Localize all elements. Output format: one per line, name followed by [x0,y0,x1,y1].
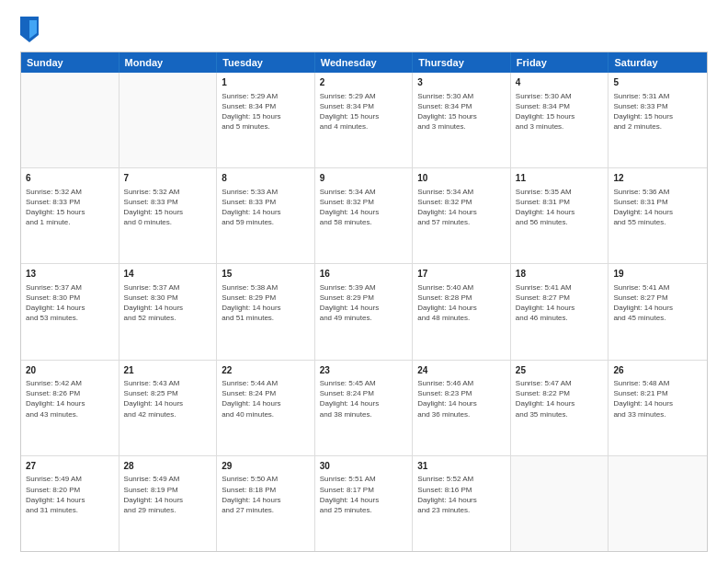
cal-day-cell: 17Sunrise: 5:40 AM Sunset: 8:28 PM Dayli… [413,264,511,359]
cal-header-day: Monday [119,52,218,73]
day-number: 22 [222,364,310,377]
cal-day-cell: 9Sunrise: 5:34 AM Sunset: 8:32 PM Daylig… [315,168,414,263]
day-info: Sunrise: 5:51 AM Sunset: 8:17 PM Dayligh… [320,474,408,515]
day-number: 19 [613,268,702,281]
day-info: Sunrise: 5:32 AM Sunset: 8:33 PM Dayligh… [26,187,114,228]
day-info: Sunrise: 5:41 AM Sunset: 8:27 PM Dayligh… [516,282,604,324]
day-number: 30 [320,460,408,473]
cal-day-cell [119,73,218,167]
day-info: Sunrise: 5:40 AM Sunset: 8:28 PM Dayligh… [417,282,506,324]
day-info: Sunrise: 5:43 AM Sunset: 8:25 PM Dayligh… [124,378,212,419]
page: SundayMondayTuesdayWednesdayThursdayFrid… [0,0,728,563]
cal-day-cell: 25Sunrise: 5:47 AM Sunset: 8:22 PM Dayli… [511,361,609,455]
cal-header-day: Tuesday [217,52,315,73]
logo-icon [20,17,39,42]
day-number: 12 [613,172,702,185]
day-number: 25 [516,364,604,377]
cal-day-cell: 21Sunrise: 5:43 AM Sunset: 8:25 PM Dayli… [119,361,218,455]
day-number: 15 [222,268,310,281]
cal-day-cell: 28Sunrise: 5:49 AM Sunset: 8:19 PM Dayli… [119,456,218,551]
cal-day-cell: 15Sunrise: 5:38 AM Sunset: 8:29 PM Dayli… [217,264,315,359]
cal-week-row: 20Sunrise: 5:42 AM Sunset: 8:26 PM Dayli… [21,361,707,456]
cal-day-cell: 14Sunrise: 5:37 AM Sunset: 8:30 PM Dayli… [119,264,218,359]
day-number: 14 [124,268,212,281]
cal-day-cell: 22Sunrise: 5:44 AM Sunset: 8:24 PM Dayli… [217,361,315,455]
day-number: 17 [417,268,506,281]
cal-header-day: Friday [511,52,609,73]
day-number: 4 [516,76,604,89]
day-info: Sunrise: 5:30 AM Sunset: 8:34 PM Dayligh… [516,91,604,132]
day-number: 24 [417,364,506,377]
day-info: Sunrise: 5:50 AM Sunset: 8:18 PM Dayligh… [222,474,310,515]
day-number: 31 [417,460,506,473]
calendar-header: SundayMondayTuesdayWednesdayThursdayFrid… [21,52,707,73]
day-info: Sunrise: 5:37 AM Sunset: 8:30 PM Dayligh… [124,282,212,324]
day-info: Sunrise: 5:39 AM Sunset: 8:29 PM Dayligh… [320,282,408,324]
day-number: 9 [320,172,408,185]
cal-day-cell: 20Sunrise: 5:42 AM Sunset: 8:26 PM Dayli… [21,361,119,455]
day-number: 1 [222,76,310,89]
day-number: 26 [613,364,702,377]
day-number: 13 [26,268,114,281]
calendar-body: 1Sunrise: 5:29 AM Sunset: 8:34 PM Daylig… [21,73,707,551]
cal-day-cell [21,73,119,167]
day-info: Sunrise: 5:41 AM Sunset: 8:27 PM Dayligh… [613,282,702,324]
cal-day-cell: 7Sunrise: 5:32 AM Sunset: 8:33 PM Daylig… [119,168,218,263]
header [20,17,708,42]
cal-day-cell: 6Sunrise: 5:32 AM Sunset: 8:33 PM Daylig… [21,168,119,263]
cal-day-cell: 31Sunrise: 5:52 AM Sunset: 8:16 PM Dayli… [413,456,511,551]
cal-day-cell: 29Sunrise: 5:50 AM Sunset: 8:18 PM Dayli… [217,456,315,551]
cal-day-cell: 1Sunrise: 5:29 AM Sunset: 8:34 PM Daylig… [217,73,315,167]
cal-day-cell: 27Sunrise: 5:49 AM Sunset: 8:20 PM Dayli… [21,456,119,551]
day-info: Sunrise: 5:34 AM Sunset: 8:32 PM Dayligh… [320,187,408,228]
day-number: 6 [26,172,114,185]
day-info: Sunrise: 5:29 AM Sunset: 8:34 PM Dayligh… [320,91,408,132]
cal-day-cell: 5Sunrise: 5:31 AM Sunset: 8:33 PM Daylig… [609,73,707,167]
cal-day-cell: 12Sunrise: 5:36 AM Sunset: 8:31 PM Dayli… [609,168,707,263]
cal-day-cell: 2Sunrise: 5:29 AM Sunset: 8:34 PM Daylig… [315,73,414,167]
cal-header-day: Thursday [413,52,511,73]
cal-day-cell [511,456,609,551]
day-number: 3 [417,76,506,89]
day-info: Sunrise: 5:48 AM Sunset: 8:21 PM Dayligh… [613,378,702,419]
day-info: Sunrise: 5:30 AM Sunset: 8:34 PM Dayligh… [417,91,506,132]
day-info: Sunrise: 5:47 AM Sunset: 8:22 PM Dayligh… [516,378,604,419]
cal-day-cell: 24Sunrise: 5:46 AM Sunset: 8:23 PM Dayli… [413,361,511,455]
day-number: 21 [124,364,212,377]
day-number: 28 [124,460,212,473]
logo [20,17,42,42]
cal-day-cell: 18Sunrise: 5:41 AM Sunset: 8:27 PM Dayli… [511,264,609,359]
cal-day-cell: 10Sunrise: 5:34 AM Sunset: 8:32 PM Dayli… [413,168,511,263]
cal-week-row: 27Sunrise: 5:49 AM Sunset: 8:20 PM Dayli… [21,456,707,551]
cal-day-cell: 4Sunrise: 5:30 AM Sunset: 8:34 PM Daylig… [511,73,609,167]
day-info: Sunrise: 5:52 AM Sunset: 8:16 PM Dayligh… [417,474,506,515]
day-info: Sunrise: 5:49 AM Sunset: 8:20 PM Dayligh… [26,474,114,515]
day-number: 5 [613,76,702,89]
cal-day-cell: 23Sunrise: 5:45 AM Sunset: 8:24 PM Dayli… [315,361,414,455]
day-info: Sunrise: 5:29 AM Sunset: 8:34 PM Dayligh… [222,91,310,132]
day-info: Sunrise: 5:49 AM Sunset: 8:19 PM Dayligh… [124,474,212,515]
day-number: 29 [222,460,310,473]
cal-day-cell: 8Sunrise: 5:33 AM Sunset: 8:33 PM Daylig… [217,168,315,263]
cal-day-cell: 30Sunrise: 5:51 AM Sunset: 8:17 PM Dayli… [315,456,414,551]
day-number: 8 [222,172,310,185]
day-info: Sunrise: 5:45 AM Sunset: 8:24 PM Dayligh… [320,378,408,419]
day-info: Sunrise: 5:31 AM Sunset: 8:33 PM Dayligh… [613,91,702,132]
day-info: Sunrise: 5:32 AM Sunset: 8:33 PM Dayligh… [124,187,212,228]
cal-day-cell [609,456,707,551]
day-info: Sunrise: 5:44 AM Sunset: 8:24 PM Dayligh… [222,378,310,419]
cal-header-day: Saturday [609,52,707,73]
cal-day-cell: 16Sunrise: 5:39 AM Sunset: 8:29 PM Dayli… [315,264,414,359]
day-info: Sunrise: 5:37 AM Sunset: 8:30 PM Dayligh… [26,282,114,324]
day-number: 10 [417,172,506,185]
day-number: 11 [516,172,604,185]
day-number: 18 [516,268,604,281]
cal-day-cell: 26Sunrise: 5:48 AM Sunset: 8:21 PM Dayli… [609,361,707,455]
day-info: Sunrise: 5:42 AM Sunset: 8:26 PM Dayligh… [26,378,114,419]
day-number: 7 [124,172,212,185]
day-info: Sunrise: 5:35 AM Sunset: 8:31 PM Dayligh… [516,187,604,228]
cal-day-cell: 3Sunrise: 5:30 AM Sunset: 8:34 PM Daylig… [413,73,511,167]
day-number: 27 [26,460,114,473]
day-number: 20 [26,364,114,377]
cal-week-row: 6Sunrise: 5:32 AM Sunset: 8:33 PM Daylig… [21,168,707,264]
